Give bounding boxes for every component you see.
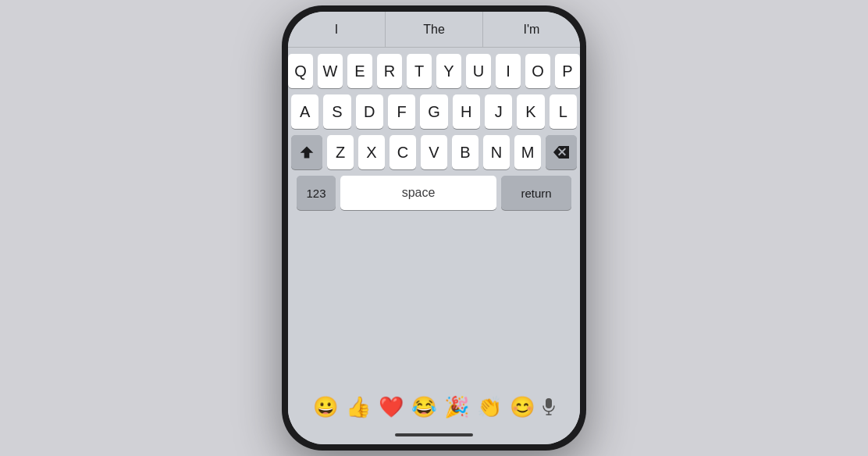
key-m[interactable]: M <box>514 135 541 169</box>
key-d[interactable]: D <box>356 94 383 129</box>
emoji-party[interactable]: 🎉 <box>444 395 469 419</box>
key-row-4: 123 space return <box>291 176 577 210</box>
key-h[interactable]: H <box>453 94 480 129</box>
shift-icon <box>299 144 315 160</box>
keyboard: Q W E R T Y U I O P A S D F G H J K <box>288 48 580 385</box>
backspace-key[interactable] <box>546 135 577 169</box>
shift-key[interactable] <box>291 135 322 169</box>
key-v[interactable]: V <box>421 135 447 169</box>
key-t[interactable]: T <box>407 54 432 88</box>
key-l[interactable]: L <box>550 94 577 129</box>
emoji-row: 😀 👍 ❤️ 😂 🎉 👏 😊 <box>288 385 580 429</box>
key-w[interactable]: W <box>318 54 343 88</box>
predictive-item-2[interactable]: The <box>386 12 483 47</box>
home-indicator <box>395 433 473 436</box>
key-k[interactable]: K <box>517 94 544 129</box>
key-z[interactable]: Z <box>327 135 354 169</box>
key-y[interactable]: Y <box>436 54 461 88</box>
emoji-smiley[interactable]: 😀 <box>313 395 338 419</box>
emoji-laugh[interactable]: 😂 <box>411 395 436 419</box>
key-c[interactable]: C <box>390 135 416 169</box>
emoji-heart[interactable]: ❤️ <box>379 395 404 419</box>
home-bar <box>288 429 580 444</box>
phone-inner: I The I'm Q W E R T Y U I O P A S <box>288 12 580 444</box>
mic-button[interactable] <box>542 398 555 415</box>
key-o[interactable]: O <box>525 54 550 88</box>
emoji-clap[interactable]: 👏 <box>477 395 502 419</box>
number-key[interactable]: 123 <box>297 176 336 210</box>
key-u[interactable]: U <box>466 54 491 88</box>
key-x[interactable]: X <box>358 135 385 169</box>
key-a[interactable]: A <box>291 94 318 129</box>
key-b[interactable]: B <box>452 135 478 169</box>
key-g[interactable]: G <box>420 94 447 129</box>
key-e[interactable]: E <box>347 54 372 88</box>
return-key[interactable]: return <box>501 176 571 210</box>
svg-rect-0 <box>546 398 552 408</box>
key-p[interactable]: P <box>555 54 580 88</box>
mic-icon <box>542 398 555 415</box>
key-q[interactable]: Q <box>288 54 313 88</box>
key-s[interactable]: S <box>323 94 350 129</box>
key-r[interactable]: R <box>377 54 402 88</box>
predictive-bar: I The I'm <box>288 12 580 48</box>
key-row-2: A S D F G H J K L <box>291 94 577 129</box>
emoji-happy[interactable]: 😊 <box>510 395 535 419</box>
space-key[interactable]: space <box>340 176 496 210</box>
predictive-item-1[interactable]: I <box>288 12 386 47</box>
key-f[interactable]: F <box>388 94 415 129</box>
key-row-1: Q W E R T Y U I O P <box>291 54 577 88</box>
backspace-icon <box>553 146 569 159</box>
key-i[interactable]: I <box>496 54 521 88</box>
key-row-3: Z X C V B N M <box>291 135 577 169</box>
emoji-thumbsup[interactable]: 👍 <box>346 395 371 419</box>
key-j[interactable]: J <box>485 94 512 129</box>
predictive-item-3[interactable]: I'm <box>483 12 580 47</box>
phone-frame: I The I'm Q W E R T Y U I O P A S <box>282 5 586 451</box>
key-n[interactable]: N <box>483 135 510 169</box>
